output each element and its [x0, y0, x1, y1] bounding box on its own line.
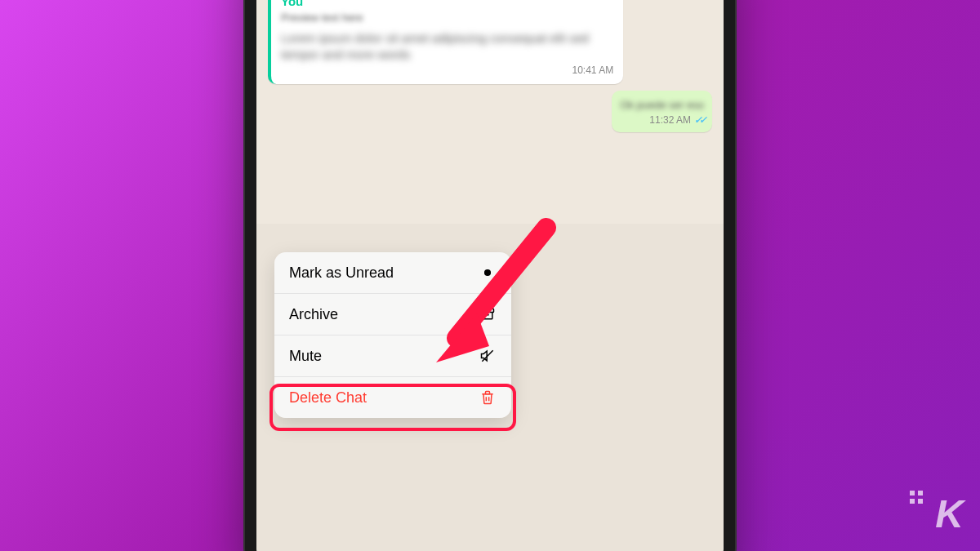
- menu-item-label: Mark as Unread: [289, 264, 394, 282]
- svg-rect-1: [482, 309, 494, 312]
- svg-point-0: [485, 270, 491, 276]
- watermark-dots: [910, 491, 923, 504]
- read-receipt-icon: ✓✓: [694, 114, 704, 126]
- archive-icon: [479, 305, 497, 323]
- trash-icon: [479, 389, 497, 407]
- archive-button[interactable]: Archive: [274, 294, 511, 335]
- blurred-message-body: Lorem ipsum dolor sit amet adipiscing co…: [281, 30, 613, 62]
- svg-line-3: [482, 350, 492, 361]
- mute-button[interactable]: Mute: [274, 335, 511, 377]
- delete-chat-button[interactable]: Delete Chat: [274, 377, 511, 418]
- phone-frame: Xyz abc def 10:41 AM ✓✓ You Preview text…: [245, 0, 735, 551]
- outgoing-message[interactable]: Ok puede ser eso 11:32 AM ✓✓: [268, 91, 712, 132]
- message-timestamp: 10:41 AM: [572, 64, 613, 76]
- blurred-reply-preview: Preview text here: [281, 11, 363, 24]
- unread-icon: [479, 264, 497, 282]
- mark-unread-button[interactable]: Mark as Unread: [274, 252, 511, 294]
- menu-item-label: Mute: [289, 348, 322, 365]
- watermark-logo: K: [935, 491, 962, 536]
- chat-area: Xyz abc def 10:41 AM ✓✓ You Preview text…: [256, 0, 724, 147]
- phone-screen: Xyz abc def 10:41 AM ✓✓ You Preview text…: [256, 0, 724, 551]
- incoming-message[interactable]: You Preview text here Lorem ipsum dolor …: [268, 0, 712, 84]
- mute-icon: [479, 347, 497, 365]
- message-timestamp: 11:32 AM: [649, 114, 691, 126]
- chat-context-menu: Mark as Unread Archive Mute Delete Chat: [274, 252, 511, 418]
- menu-item-label: Archive: [289, 306, 338, 323]
- reply-sender-label: You: [281, 0, 613, 8]
- blurred-message-text: Ok puede ser eso: [620, 99, 704, 111]
- menu-item-label: Delete Chat: [289, 389, 367, 407]
